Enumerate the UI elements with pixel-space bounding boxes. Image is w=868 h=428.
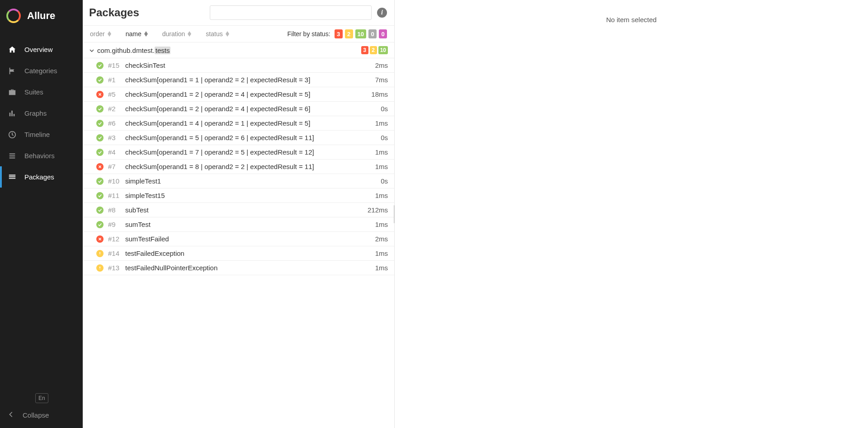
test-name: sumTestFailed (125, 235, 372, 243)
test-id: #9 (108, 221, 122, 228)
sort-caret-icon (108, 31, 111, 37)
test-name: checkSum[operand1 = 1 | operand2 = 2 | e… (125, 76, 372, 84)
group-badge-failed: 3 (361, 46, 368, 54)
test-duration: 1ms (375, 221, 388, 228)
filter-badge-broken[interactable]: 2 (345, 29, 353, 38)
nav-item-graphs[interactable]: Graphs (0, 103, 83, 124)
filter-badge-unknown[interactable]: 0 (379, 29, 387, 38)
test-duration: 212ms (368, 206, 388, 214)
nav-item-timeline[interactable]: Timeline (0, 124, 83, 145)
status-failed-icon (96, 235, 104, 243)
status-passed-icon (96, 149, 104, 156)
test-id: #10 (108, 177, 122, 185)
sort-caret-icon (188, 31, 191, 37)
status-passed-icon (96, 105, 104, 113)
brand-text: Allure (27, 10, 55, 22)
test-duration: 2ms (375, 235, 388, 243)
group-badge-broken: 2 (370, 46, 377, 54)
bar-icon (8, 109, 16, 118)
sidebar-footer: En Collapse (0, 389, 83, 428)
status-passed-icon (96, 120, 104, 127)
test-row[interactable]: #11simpleTest151ms (83, 188, 394, 203)
collapse-sidebar[interactable]: Collapse (8, 411, 75, 419)
test-row[interactable]: #5checkSum[operand1 = 2 | operand2 = 4 |… (83, 87, 394, 102)
sort-name[interactable]: name (126, 30, 148, 38)
nav-item-behaviors[interactable]: Behaviors (0, 145, 83, 166)
test-id: #11 (108, 192, 122, 199)
nav-item-suites[interactable]: Suites (0, 81, 83, 103)
test-name: checkSinTest (125, 61, 372, 69)
detail-panel: No item selected (395, 0, 868, 428)
sort-row: order name duration status (83, 25, 394, 42)
test-row[interactable]: #4checkSum[operand1 = 7 | operand2 = 5 |… (83, 145, 394, 160)
test-duration: 7ms (375, 76, 388, 84)
nav-label: Categories (24, 67, 57, 75)
test-id: #13 (108, 264, 122, 272)
detail-empty-message: No item selected (606, 16, 657, 24)
nav-label: Overview (24, 46, 53, 53)
brand[interactable]: Allure (0, 0, 83, 32)
test-row[interactable]: #14testFailedException1ms (83, 246, 394, 261)
test-id: #12 (108, 235, 122, 243)
sort-name-label: name (126, 30, 142, 38)
test-id: #6 (108, 119, 122, 127)
clock-icon (8, 131, 16, 139)
test-name: checkSum[operand1 = 8 | operand2 = 2 | e… (125, 163, 372, 170)
test-row[interactable]: #1checkSum[operand1 = 1 | operand2 = 2 |… (83, 73, 394, 87)
package-group[interactable]: com.github.dmtest.tests 3 2 10 (83, 42, 394, 58)
test-id: #8 (108, 206, 122, 214)
status-passed-icon (96, 192, 104, 199)
sort-caret-icon (226, 31, 229, 37)
test-row[interactable]: #10simpleTest10s (83, 174, 394, 188)
nav-item-categories[interactable]: Categories (0, 60, 83, 81)
test-row[interactable]: #13testFailedNullPointerException1ms (83, 261, 394, 275)
test-row[interactable]: #8subTest212ms (83, 203, 394, 217)
test-name: testFailedException (125, 249, 372, 257)
search-input[interactable] (210, 5, 372, 20)
sort-duration[interactable]: duration (162, 30, 192, 38)
group-badges: 3 2 10 (361, 46, 388, 54)
test-row[interactable]: #9sumTest1ms (83, 217, 394, 232)
sidebar-nav: OverviewCategoriesSuitesGraphsTimelineBe… (0, 32, 83, 389)
chevron-left-icon (8, 411, 14, 419)
test-row[interactable]: #3checkSum[operand1 = 5 | operand2 = 6 |… (83, 131, 394, 145)
test-duration: 1ms (375, 148, 388, 156)
chevron-down-icon (89, 47, 94, 53)
status-broken-icon (96, 264, 104, 272)
test-name: testFailedNullPointerException (125, 264, 372, 272)
filter-badge-failed[interactable]: 3 (335, 29, 343, 38)
test-name: checkSum[operand1 = 7 | operand2 = 5 | e… (125, 148, 372, 156)
briefcase-icon (8, 88, 16, 96)
filter-badge-passed[interactable]: 10 (355, 29, 366, 38)
list-icon (8, 152, 16, 160)
nav-item-packages[interactable]: Packages (0, 166, 83, 188)
status-passed-icon (96, 207, 104, 214)
panel-splitter[interactable] (392, 0, 396, 428)
test-row[interactable]: #7checkSum[operand1 = 8 | operand2 = 2 |… (83, 160, 394, 174)
status-failed-icon (96, 163, 104, 170)
test-row[interactable]: #2checkSum[operand1 = 2 | operand2 = 4 |… (83, 102, 394, 116)
status-passed-icon (96, 134, 104, 141)
test-name: checkSum[operand1 = 5 | operand2 = 6 | e… (125, 134, 377, 141)
sidebar: Allure OverviewCategoriesSuitesGraphsTim… (0, 0, 83, 428)
info-icon[interactable]: i (377, 8, 387, 18)
test-id: #4 (108, 148, 122, 156)
language-button[interactable]: En (35, 393, 48, 403)
test-row[interactable]: #15checkSinTest2ms (83, 58, 394, 73)
sort-caret-icon (144, 31, 148, 37)
sort-status-label: status (206, 30, 222, 38)
nav-label: Graphs (24, 109, 47, 117)
test-duration: 0s (381, 105, 388, 113)
sort-status[interactable]: status (206, 30, 229, 38)
status-passed-icon (96, 221, 104, 228)
test-row[interactable]: #12sumTestFailed2ms (83, 232, 394, 246)
filter-badge-skipped[interactable]: 0 (368, 29, 377, 38)
sort-order[interactable]: order (90, 30, 111, 38)
test-row[interactable]: #6checkSum[operand1 = 4 | operand2 = 1 |… (83, 116, 394, 131)
test-name: checkSum[operand1 = 2 | operand2 = 4 | e… (125, 105, 377, 113)
nav-item-overview[interactable]: Overview (0, 39, 83, 60)
test-duration: 1ms (375, 264, 388, 272)
status-passed-icon (96, 76, 104, 84)
test-duration: 1ms (375, 163, 388, 170)
test-name: checkSum[operand1 = 2 | operand2 = 4 | e… (125, 90, 368, 98)
